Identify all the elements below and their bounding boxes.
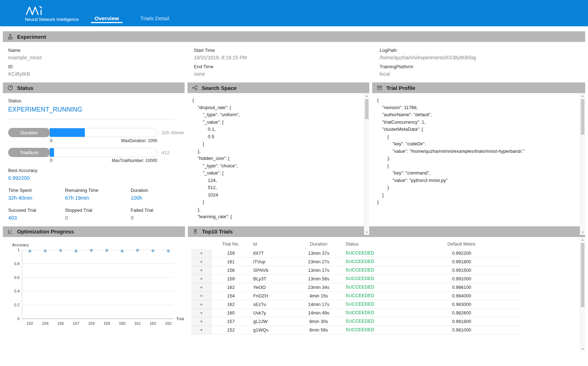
expand-row-button[interactable]: + [192, 310, 211, 316]
status-cell: SUCCEEDED [343, 266, 401, 274]
status-cell: SUCCEEDED [343, 300, 401, 308]
svg-text:0.6: 0.6 [14, 275, 20, 279]
experiment-field-training-platform: TrainingPlatform local [380, 64, 585, 77]
scroll-thumb[interactable] [365, 99, 369, 119]
trial-id-cell: BLy3T [250, 274, 295, 283]
archive-box-icon [376, 85, 383, 91]
scroll-down-icon[interactable]: ▼ [580, 346, 585, 351]
navbar: Neural Network Intelligence Overview Tri… [0, 0, 588, 26]
status-panel-title: Status [17, 85, 33, 91]
search-space-header: Search Space [187, 82, 369, 93]
filler-cell [522, 317, 575, 325]
top10-scrollbar[interactable]: ▲ ▼ [580, 237, 585, 351]
filler-cell [522, 274, 575, 283]
svg-text:159: 159 [88, 321, 94, 325]
filler-cell [522, 283, 575, 291]
table-row: + 156 SPNVb 13min 17s SUCCEEDED 0.991500 [191, 266, 575, 274]
trial-no-cell: 159 [211, 249, 250, 258]
trial-no-cell: 160 [211, 308, 250, 317]
trial-id-cell: g1WQs [250, 325, 295, 334]
scroll-thumb[interactable] [581, 243, 584, 307]
field-label: Name [8, 48, 194, 53]
scatter-chart-icon [7, 228, 13, 235]
trial-profile-scrollbar[interactable]: ▲ ▼ [580, 93, 585, 235]
trialnum-progress-fill [50, 148, 54, 157]
filler-cell [522, 300, 575, 308]
duration-cell: 4min 15s [295, 291, 343, 300]
table-row: + 162 YeI3O 23min 34s SUCCEEDED 0.986100 [191, 283, 575, 291]
duration-cell: 23min 34s [295, 283, 343, 291]
column-id: Id [250, 239, 295, 249]
duration-progress: Duration 32h 40min 0 MaxDuration: 100h [8, 128, 185, 143]
search-space-panel: Search Space { "dropout_rate": { "_type"… [187, 82, 369, 224]
duration-progress-chip: Duration [8, 128, 50, 137]
best-accuracy: Best Accuracy 0.992200 [8, 168, 185, 181]
trial-id-cell: t0I7T [250, 249, 295, 258]
stat-remaining-time: Remaining Time 67h 19min [65, 188, 131, 201]
status-panel: Status Status EXPERIMENT_RUNNING Duratio… [3, 82, 185, 224]
scroll-down-icon[interactable]: ▼ [580, 230, 585, 235]
expand-cell: + [191, 300, 211, 308]
expand-row-button[interactable]: + [192, 301, 211, 308]
scroll-up-icon[interactable]: ▲ [580, 93, 585, 98]
expand-column-header [191, 239, 211, 249]
top10-trials-body: Trial No. Id Duration Status Default Met… [188, 237, 585, 351]
expand-row-button[interactable]: + [192, 267, 211, 274]
optimization-progress-panel: Optimization Progress 00.20.40.60.811521… [3, 226, 185, 351]
stat-stopped-trial: Stopped Trial 0 [65, 208, 131, 221]
experiment-section: Experiment Name example_mnist ID KCiBytK… [3, 31, 585, 82]
expand-row-button[interactable]: + [192, 284, 211, 291]
nav-tabs: Overview Trials Detail [94, 0, 170, 26]
svg-text:160: 160 [119, 321, 125, 325]
duration-progress-fill [50, 128, 85, 137]
duration-cell: 6min 30s [295, 317, 343, 325]
svg-text:161: 161 [134, 321, 141, 325]
scroll-down-icon[interactable]: ▼ [364, 230, 369, 235]
search-space-title: Search Space [202, 85, 236, 91]
svg-text:Accuracy: Accuracy [12, 243, 29, 247]
accuracy-chart-area: 00.20.40.60.8115215415615715915916016116… [3, 237, 185, 351]
status-cell: SUCCEEDED [343, 257, 401, 266]
trial-no-cell: 156 [211, 266, 250, 274]
expand-row-button[interactable]: + [192, 292, 211, 299]
search-space-scrollbar[interactable]: ▲ ▼ [364, 93, 369, 235]
experiment-fields: Name example_mnist ID KCiBytKB Start Tim… [3, 42, 585, 82]
best-accuracy-value: 0.992200 [8, 175, 185, 181]
expand-cell: + [191, 325, 211, 334]
scroll-track[interactable] [580, 98, 585, 230]
expand-row-button[interactable]: + [192, 327, 211, 333]
filler-cell [522, 325, 575, 334]
metric-cell: 0.981800 [401, 317, 522, 325]
trial-profile-json: { "revision": 11768, "authorName": "defa… [377, 97, 576, 206]
filler-cell [522, 266, 575, 274]
status-panel-header: Status [3, 82, 185, 93]
expand-row-button[interactable]: + [192, 318, 211, 325]
svg-text:156: 156 [57, 321, 64, 325]
metric-cell: 0.992200 [401, 249, 522, 258]
scroll-up-icon[interactable]: ▲ [364, 93, 369, 98]
duration-cell: 23min 27s [295, 257, 343, 266]
scroll-thumb[interactable] [581, 99, 584, 135]
trial-profile-body: { "revision": 11768, "authorName": "defa… [372, 93, 585, 235]
table-header-row: Trial No. Id Duration Status Default Met… [191, 239, 575, 249]
svg-text:0.2: 0.2 [14, 303, 20, 307]
trial-profile-panel: Trial Profile { "revision": 11768, "auth… [372, 82, 585, 224]
trial-profile-title: Trial Profile [386, 85, 415, 91]
tab-overview[interactable]: Overview [94, 15, 120, 26]
tab-trials-detail[interactable]: Trials Detail [140, 15, 170, 26]
best-accuracy-label: Best Accuracy [8, 168, 185, 173]
trial-id-cell: ITVup [250, 257, 295, 266]
expand-row-button[interactable]: + [192, 275, 211, 282]
trial-no-cell: 162 [211, 300, 250, 308]
scroll-track[interactable] [580, 242, 585, 346]
column-duration: Duration [295, 239, 343, 249]
experiment-title: Experiment [17, 34, 46, 40]
trial-no-cell: 159 [211, 274, 250, 283]
status-cell: SUCCEEDED [343, 317, 401, 325]
expand-row-button[interactable]: + [192, 250, 211, 257]
scroll-track[interactable] [364, 98, 369, 230]
status-cell: SUCCEEDED [343, 249, 401, 258]
expand-cell: + [191, 291, 211, 300]
expand-row-button[interactable]: + [192, 258, 211, 265]
scroll-up-icon[interactable]: ▲ [580, 237, 585, 242]
